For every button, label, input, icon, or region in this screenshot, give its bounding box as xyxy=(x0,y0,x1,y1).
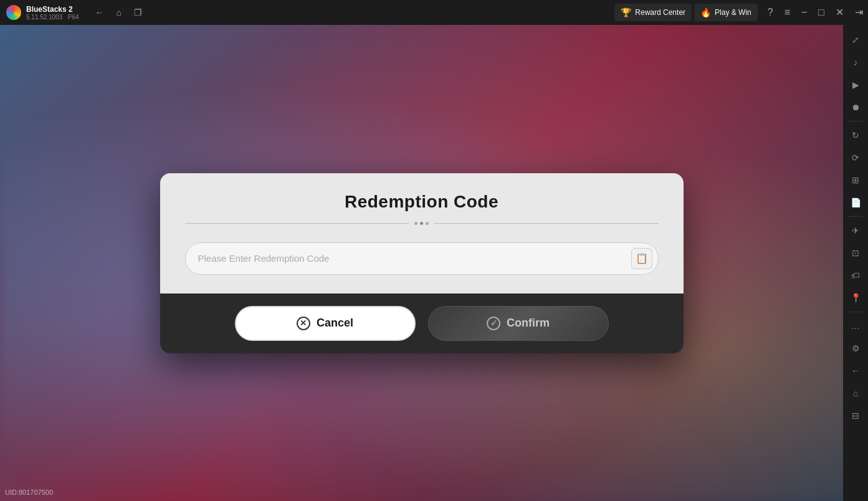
home-sidebar-icon[interactable]: ⌂ xyxy=(846,383,866,403)
dialog-overlay: Redemption Code 📋 ✕ Cancel xyxy=(0,25,843,501)
dialog-top: Redemption Code 📋 xyxy=(160,173,684,293)
divider-line-right xyxy=(434,223,659,224)
copy-nav-button[interactable]: ❐ xyxy=(130,5,146,20)
confirm-icon: ✓ xyxy=(487,317,500,330)
redemption-dialog: Redemption Code 📋 ✕ Cancel xyxy=(160,173,684,353)
sidebar-divider-3 xyxy=(848,312,863,312)
home-nav-button[interactable]: ⌂ xyxy=(113,5,125,20)
layers-sidebar-icon[interactable]: ⊞ xyxy=(846,170,866,190)
restore-button[interactable]: □ xyxy=(813,5,829,20)
window-controls: ? ≡ − □ ✕ ⇥ xyxy=(763,5,868,20)
topbar-nav: ← ⌂ ❐ xyxy=(85,5,146,20)
volume-sidebar-icon[interactable]: ♪ xyxy=(846,52,866,72)
pages-sidebar-icon[interactable]: ⊟ xyxy=(846,406,866,426)
paste-button[interactable]: 📋 xyxy=(631,248,652,269)
expand-button[interactable]: ⇥ xyxy=(850,5,868,20)
minimize-button[interactable]: − xyxy=(796,5,812,20)
redemption-code-input[interactable] xyxy=(185,242,659,275)
expand-sidebar-icon[interactable]: ⤢ xyxy=(846,30,866,50)
settings-sidebar-icon[interactable]: ⚙ xyxy=(846,338,866,358)
confirm-button[interactable]: ✓ Confirm xyxy=(428,306,609,341)
divider-dot-3 xyxy=(426,222,429,225)
right-sidebar: ⤢ ♪ ▶ ⏺ ↻ ⟳ ⊞ 📄 ✈ ⊡ 🏷 📍 … ⚙ ← ⌂ ⊟ xyxy=(843,25,868,501)
more-sidebar-icon[interactable]: … xyxy=(846,316,866,336)
plane-sidebar-icon[interactable]: ✈ xyxy=(846,221,866,241)
help-button[interactable]: ? xyxy=(763,5,778,20)
sidebar-divider-2 xyxy=(848,216,863,217)
topbar: BlueStacks 2 5.11.52.1003 P64 ← ⌂ ❐ 🏆 Re… xyxy=(0,0,868,25)
divider-dot-2 xyxy=(420,222,423,225)
cancel-button[interactable]: ✕ Cancel xyxy=(235,306,416,341)
paste-icon: 📋 xyxy=(636,252,648,264)
topbar-actions: 🏆 Reward Center 🔥 Play & Win xyxy=(614,4,762,21)
back-nav-button[interactable]: ← xyxy=(92,5,108,20)
dialog-divider xyxy=(185,222,659,225)
app-logo: BlueStacks 2 5.11.52.1003 P64 xyxy=(0,5,85,21)
sidebar-divider-1 xyxy=(848,121,863,122)
video-sidebar-icon[interactable]: ▶ xyxy=(846,75,866,95)
play-win-button[interactable]: 🔥 Play & Win xyxy=(694,4,758,21)
tag-sidebar-icon[interactable]: 🏷 xyxy=(846,265,866,285)
divider-dots xyxy=(414,222,429,225)
close-button[interactable]: ✕ xyxy=(831,5,849,20)
back-sidebar-icon[interactable]: ← xyxy=(846,361,866,381)
compress-sidebar-icon[interactable]: ⊡ xyxy=(846,243,866,263)
app-name: BlueStacks 2 xyxy=(26,5,79,14)
docs-sidebar-icon[interactable]: 📄 xyxy=(846,193,866,212)
dialog-title: Redemption Code xyxy=(185,192,659,212)
reward-center-button[interactable]: 🏆 Reward Center xyxy=(614,4,692,21)
logo-icon xyxy=(6,5,21,20)
refresh-sidebar-icon[interactable]: ⟳ xyxy=(846,148,866,168)
location-sidebar-icon[interactable]: 📍 xyxy=(846,288,866,308)
divider-dot-1 xyxy=(414,222,417,225)
record-sidebar-icon[interactable]: ⏺ xyxy=(846,97,866,117)
confirm-label: Confirm xyxy=(507,317,550,330)
dialog-bottom: ✕ Cancel ✓ Confirm xyxy=(160,293,684,353)
divider-line-left xyxy=(185,223,410,224)
cancel-label: Cancel xyxy=(317,317,353,330)
menu-button[interactable]: ≡ xyxy=(780,5,795,20)
app-version: 5.11.52.1003 P64 xyxy=(26,14,79,21)
cancel-icon: ✕ xyxy=(297,317,310,330)
input-wrapper: 📋 xyxy=(185,242,659,275)
rotate-sidebar-icon[interactable]: ↻ xyxy=(846,125,866,145)
